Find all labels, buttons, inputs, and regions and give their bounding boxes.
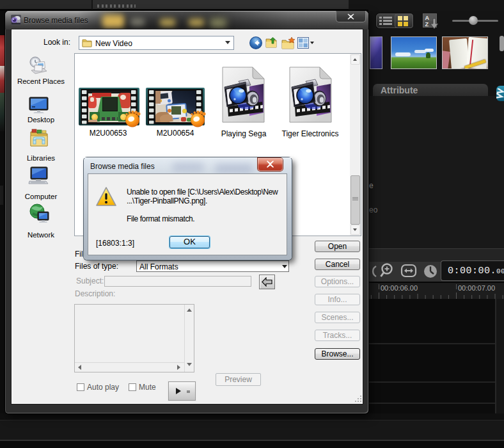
svg-text:Z: Z bbox=[425, 21, 429, 28]
svg-text:A: A bbox=[425, 15, 430, 21]
